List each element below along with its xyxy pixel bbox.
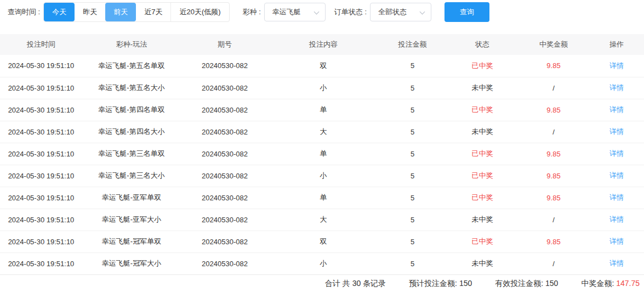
- date-filter-last7days[interactable]: 近7天: [136, 3, 170, 21]
- action-cell: 详情: [589, 55, 644, 77]
- detail-link[interactable]: 详情: [609, 171, 624, 179]
- date-filter-today[interactable]: 今天: [44, 3, 75, 21]
- prize-cell: 9.85: [518, 55, 589, 77]
- period-cell: 20240530-082: [181, 252, 269, 274]
- detail-link[interactable]: 详情: [609, 259, 624, 267]
- bet-time-cell: 2024-05-30 19:51:10: [0, 187, 82, 209]
- valid-bet-label: 有效投注金额:: [495, 279, 543, 288]
- period-cell: 20240530-082: [181, 55, 269, 77]
- detail-link[interactable]: 详情: [609, 127, 624, 136]
- table-body: 2024-05-30 19:51:10 幸运飞艇-第五名单双 20240530-…: [0, 55, 644, 274]
- bet-amount-cell: 5: [378, 55, 447, 77]
- bet-time-cell: 2024-05-30 19:51:10: [0, 165, 82, 187]
- status-cell: 已中奖: [447, 165, 518, 187]
- table-row: 2024-05-30 19:51:10 幸运飞艇-第五名单双 20240530-…: [0, 55, 644, 77]
- total-records: 合计 共 30 条记录: [325, 279, 386, 289]
- order-status-label: 订单状态 :: [334, 7, 367, 17]
- bet-amount-cell: 5: [378, 121, 447, 143]
- detail-link[interactable]: 详情: [609, 61, 624, 70]
- lottery-play-cell: 幸运飞艇-冠军大小: [82, 252, 181, 274]
- detail-link[interactable]: 详情: [609, 193, 624, 201]
- bet-amount-cell: 5: [378, 231, 447, 252]
- table-row: 2024-05-30 19:51:10 幸运飞艇-第四名单双 20240530-…: [0, 99, 644, 121]
- header-period: 期号: [181, 34, 269, 55]
- action-cell: 详情: [589, 165, 644, 187]
- period-cell: 20240530-082: [181, 209, 269, 231]
- bet-content-cell: 小: [269, 77, 378, 99]
- chevron-down-icon: [420, 9, 425, 15]
- status-cell: 已中奖: [447, 143, 518, 165]
- status-cell: 已中奖: [447, 187, 518, 209]
- prize-cell: 9.85: [518, 99, 589, 121]
- lottery-type-select[interactable]: 幸运飞艇: [264, 3, 326, 21]
- bet-content-cell: 大: [269, 209, 378, 231]
- table-row: 2024-05-30 19:51:10 幸运飞艇-第四名大小 20240530-…: [0, 121, 644, 143]
- detail-link[interactable]: 详情: [609, 149, 624, 158]
- period-cell: 20240530-082: [181, 99, 269, 121]
- date-filter-group: 今天 昨天 前天 近7天 近20天(低频): [43, 2, 229, 22]
- table-row: 2024-05-30 19:51:10 幸运飞艇-冠军大小 20240530-0…: [0, 252, 644, 274]
- table-row: 2024-05-30 19:51:10 幸运飞艇-亚军单双 20240530-0…: [0, 187, 644, 209]
- action-cell: 详情: [589, 121, 644, 143]
- header-lottery-play: 彩种-玩法: [82, 34, 181, 55]
- period-cell: 20240530-082: [181, 143, 269, 165]
- bet-content-cell: 小: [269, 252, 378, 274]
- expected-bet-label: 预计投注金额:: [409, 279, 457, 288]
- header-bet-time: 投注时间: [0, 34, 82, 55]
- period-cell: 20240530-082: [181, 121, 269, 143]
- prize-cell: /: [518, 77, 589, 99]
- order-status-value: 全部状态: [378, 7, 407, 17]
- bet-content-cell: 单: [269, 99, 378, 121]
- prize-cell: 9.85: [518, 231, 589, 252]
- summary-bar: 合计 共 30 条记录 预计投注金额: 150 有效投注金额: 150 中奖金额…: [0, 274, 644, 292]
- header-prize-amount: 中奖金额: [518, 34, 589, 55]
- bet-amount-cell: 5: [378, 143, 447, 165]
- lottery-play-cell: 幸运飞艇-亚军大小: [82, 209, 181, 231]
- lottery-type-value: 幸运飞艇: [272, 7, 301, 17]
- header-status: 状态: [447, 34, 518, 55]
- date-filter-label: 查询时间 :: [8, 7, 40, 17]
- prize-cell: 9.85: [518, 187, 589, 209]
- bet-time-cell: 2024-05-30 19:51:10: [0, 55, 82, 77]
- bet-amount-cell: 5: [378, 187, 447, 209]
- bet-amount-cell: 5: [378, 77, 447, 99]
- detail-link[interactable]: 详情: [609, 237, 624, 245]
- date-filter-day-before[interactable]: 前天: [105, 3, 136, 21]
- bet-time-cell: 2024-05-30 19:51:10: [0, 99, 82, 121]
- total-prize-amount: 中奖金额: 147.75: [581, 279, 640, 289]
- lottery-play-cell: 幸运飞艇-第三名单双: [82, 143, 181, 165]
- period-cell: 20240530-082: [181, 187, 269, 209]
- status-cell: 已中奖: [447, 231, 518, 252]
- valid-bet-value: 150: [545, 279, 558, 288]
- bet-amount-cell: 5: [378, 99, 447, 121]
- action-cell: 详情: [589, 99, 644, 121]
- valid-bet-amount: 有效投注金额: 150: [495, 279, 558, 289]
- status-cell: 已中奖: [447, 99, 518, 121]
- status-cell: 未中奖: [447, 209, 518, 231]
- table-header-row: 投注时间 彩种-玩法 期号 投注内容 投注金额 状态 中奖金额 操作: [0, 34, 644, 55]
- header-bet-content: 投注内容: [269, 34, 378, 55]
- bet-time-cell: 2024-05-30 19:51:10: [0, 209, 82, 231]
- status-cell: 未中奖: [447, 252, 518, 274]
- lottery-play-cell: 幸运飞艇-第五名大小: [82, 77, 181, 99]
- order-status-select[interactable]: 全部状态: [370, 3, 431, 21]
- date-filter-yesterday[interactable]: 昨天: [75, 3, 105, 21]
- header-action: 操作: [589, 34, 644, 55]
- bet-amount-cell: 5: [378, 165, 447, 187]
- lottery-play-cell: 幸运飞艇-冠军单双: [82, 231, 181, 252]
- bet-content-cell: 单: [269, 187, 378, 209]
- lottery-play-cell: 幸运飞艇-第四名大小: [82, 121, 181, 143]
- date-filter-last20days[interactable]: 近20天(低频): [170, 3, 229, 21]
- prize-cell: /: [518, 252, 589, 274]
- lottery-play-cell: 幸运飞艇-亚军单双: [82, 187, 181, 209]
- bet-content-cell: 小: [269, 165, 378, 187]
- detail-link[interactable]: 详情: [609, 83, 624, 92]
- total-prize-label: 中奖金额:: [581, 279, 614, 288]
- detail-link[interactable]: 详情: [609, 105, 624, 114]
- query-button[interactable]: 查询: [444, 2, 489, 22]
- status-cell: 已中奖: [447, 55, 518, 77]
- detail-link[interactable]: 详情: [609, 215, 624, 223]
- table-row: 2024-05-30 19:51:10 幸运飞艇-亚军大小 20240530-0…: [0, 209, 644, 231]
- bet-time-cell: 2024-05-30 19:51:10: [0, 231, 82, 252]
- status-cell: 未中奖: [447, 121, 518, 143]
